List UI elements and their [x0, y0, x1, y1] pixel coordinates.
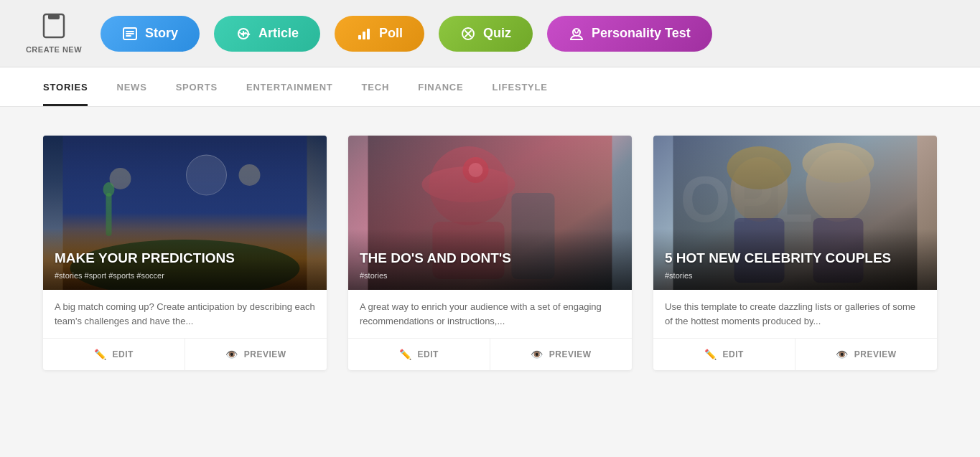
article-icon — [235, 26, 251, 42]
card-2-body: A great way to enrich your audience with… — [348, 290, 632, 328]
preview-icon-2: 👁️ — [531, 349, 543, 360]
card-3-body: Use this template to create dazzling lis… — [653, 290, 937, 328]
quiz-button[interactable]: Quiz — [439, 16, 533, 52]
edit-icon-2: ✏️ — [399, 349, 412, 360]
card-3-preview-label: PREVIEW — [854, 349, 897, 359]
card-1-preview-button[interactable]: 👁️ PREVIEW — [185, 339, 327, 370]
svg-rect-8 — [367, 29, 370, 39]
card-3-edit-button[interactable]: ✏️ EDIT — [653, 339, 795, 370]
story-label: Story — [145, 26, 178, 41]
cards-grid: MAKE YOUR PREDICTIONS #stories #sport #s… — [43, 136, 937, 370]
tab-tech[interactable]: TECH — [362, 67, 390, 106]
card-2-overlay: THE DO'S AND DONT'S #stories — [348, 229, 632, 290]
nav-tabs: STORIES NEWS SPORTS ENTERTAINMENT TECH F… — [0, 67, 980, 107]
brand-icon — [41, 13, 67, 42]
card-3-title: 5 HOT NEW CELEBRITY COUPLES — [665, 250, 925, 267]
card-2-actions: ✏️ EDIT 👁️ PREVIEW — [348, 338, 632, 370]
story-icon — [122, 26, 138, 42]
card-2: THE DO'S AND DONT'S #stories A great way… — [348, 136, 632, 370]
edit-icon: ✏️ — [94, 349, 107, 360]
card-2-edit-label: EDIT — [418, 349, 439, 359]
poll-icon — [356, 26, 372, 42]
poll-label: Poll — [379, 26, 403, 41]
card-1-edit-button[interactable]: ✏️ EDIT — [43, 339, 185, 370]
card-3-preview-button[interactable]: 👁️ PREVIEW — [795, 339, 937, 370]
card-1: MAKE YOUR PREDICTIONS #stories #sport #s… — [43, 136, 327, 370]
quiz-icon — [460, 26, 476, 42]
card-2-preview-button[interactable]: 👁️ PREVIEW — [490, 339, 632, 370]
tab-sports[interactable]: SPORTS — [176, 67, 218, 106]
tab-news[interactable]: NEWS — [116, 67, 146, 106]
card-3-image: OPL 5 HOT NEW CELEBRITY COUPLES — [653, 136, 937, 290]
personality-button[interactable]: Personality Test — [547, 16, 712, 52]
card-1-description: A big match coming up? Create anticipati… — [55, 300, 315, 328]
card-1-body: A big match coming up? Create anticipati… — [43, 290, 327, 328]
brand-label: CREATE NEW — [26, 45, 82, 54]
poll-button[interactable]: Poll — [335, 16, 424, 52]
card-2-description: A great way to enrich your audience with… — [360, 300, 620, 328]
main-content: MAKE YOUR PREDICTIONS #stories #sport #s… — [0, 107, 980, 399]
card-3: OPL 5 HOT NEW CELEBRITY COUPLES — [653, 136, 937, 370]
edit-icon-3: ✏️ — [704, 349, 717, 360]
quiz-label: Quiz — [483, 26, 511, 41]
card-3-actions: ✏️ EDIT 👁️ PREVIEW — [653, 338, 937, 370]
article-button[interactable]: Article — [214, 16, 320, 52]
brand: CREATE NEW — [22, 13, 86, 54]
article-label: Article — [258, 26, 299, 41]
svg-point-12 — [573, 29, 580, 36]
header: CREATE NEW Story Article — [0, 0, 980, 67]
card-2-tags: #stories — [360, 271, 620, 280]
card-1-tags: #stories #sport #sports #soccer — [55, 271, 315, 280]
card-1-actions: ✏️ EDIT 👁️ PREVIEW — [43, 338, 327, 370]
tab-lifestyle[interactable]: LIFESTYLE — [493, 67, 548, 106]
card-1-overlay: MAKE YOUR PREDICTIONS #stories #sport #s… — [43, 229, 327, 290]
personality-label: Personality Test — [592, 26, 691, 41]
preview-icon-3: 👁️ — [836, 349, 849, 360]
card-3-edit-label: EDIT — [723, 349, 744, 359]
personality-icon — [569, 26, 584, 42]
card-1-image: MAKE YOUR PREDICTIONS #stories #sport #s… — [43, 136, 327, 290]
card-3-description: Use this template to create dazzling lis… — [665, 300, 925, 328]
tab-entertainment[interactable]: ENTERTAINMENT — [246, 67, 333, 106]
tab-stories[interactable]: STORIES — [43, 67, 88, 106]
story-button[interactable]: Story — [101, 16, 200, 52]
svg-rect-1 — [48, 14, 60, 19]
card-3-tags: #stories — [665, 271, 925, 280]
card-2-title: THE DO'S AND DONT'S — [360, 250, 620, 267]
card-2-edit-button[interactable]: ✏️ EDIT — [348, 339, 490, 370]
preview-icon: 👁️ — [225, 349, 238, 360]
card-1-preview-label: PREVIEW — [244, 349, 286, 359]
card-2-image: THE DO'S AND DONT'S #stories — [348, 136, 632, 290]
tab-finance[interactable]: FINANCE — [418, 67, 463, 106]
card-2-preview-label: PREVIEW — [549, 349, 592, 359]
card-1-title: MAKE YOUR PREDICTIONS — [55, 250, 315, 267]
svg-rect-6 — [358, 35, 361, 39]
svg-rect-7 — [363, 32, 365, 39]
card-1-edit-label: EDIT — [113, 349, 134, 359]
card-3-overlay: 5 HOT NEW CELEBRITY COUPLES #stories — [653, 229, 937, 290]
